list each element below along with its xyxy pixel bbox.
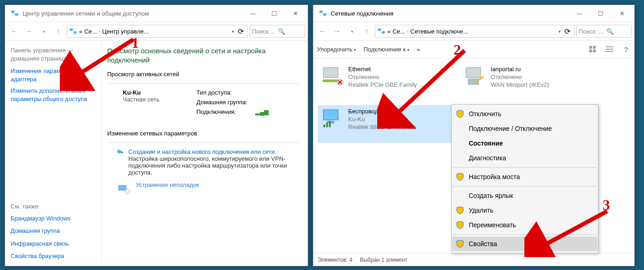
shield-icon (456, 206, 464, 214)
menu-status[interactable]: Состояние (452, 136, 598, 151)
svg-rect-12 (382, 31, 385, 34)
refresh-icon[interactable]: ⟳ (563, 27, 572, 36)
window-title: Центр управления сетями и общим доступом (23, 10, 242, 17)
setup-connection-link[interactable]: Создание и настройка нового подключения … (128, 148, 299, 155)
breadcrumb[interactable]: « Се... › Сетевые подключе... ▾ ⟳ (375, 25, 575, 38)
more-toolbar[interactable]: » (417, 46, 420, 53)
ethernet-icon (321, 66, 345, 87)
sidebar-link-homegroup[interactable]: Домашняя группа (11, 227, 96, 235)
menu-separator (453, 186, 597, 186)
window-network-center: Центр управления сетями и общим доступом… (5, 5, 308, 266)
close-button[interactable]: ✕ (285, 6, 306, 20)
connections-label: Подключения: (196, 108, 252, 115)
svg-point-8 (125, 189, 130, 194)
svg-rect-27 (323, 110, 338, 120)
titlebar[interactable]: Сетевые подключения — ☐ ✕ (313, 5, 634, 22)
svg-rect-14 (593, 46, 596, 49)
connection-wireless[interactable]: Беспроводная сеть Ku-Ku Realtek 8821AE W… (318, 105, 456, 143)
search-input[interactable]: Поиск ... 🔍 (250, 25, 305, 38)
svg-rect-19 (606, 51, 613, 52)
sidebar-link-firewall[interactable]: Брандмауэр Windows (11, 214, 96, 223)
minimize-button[interactable]: — (242, 6, 264, 20)
maximize-button[interactable]: ☐ (264, 6, 285, 20)
menu-bridge[interactable]: Настройка моста (452, 169, 598, 184)
menu-properties[interactable]: Свойства (452, 236, 598, 251)
minimize-button[interactable]: — (569, 6, 590, 20)
svg-rect-25 (466, 68, 481, 78)
troubleshoot-icon (116, 181, 131, 196)
network-type: Частная сеть (123, 96, 187, 103)
see-also-label: См. также (11, 203, 96, 210)
search-icon: 🔍 (606, 28, 613, 34)
window-network-connections: Сетевые подключения — ☐ ✕ ← → ▾ ↑ « Се..… (313, 5, 635, 266)
sidebar-link-internet-options[interactable]: Свойства браузера (11, 252, 96, 260)
address-bar: ← → ▾ ↑ « Се... › Сетевые подключе... ▾ … (313, 22, 634, 41)
titlebar[interactable]: Центр управления сетями и общим доступом… (5, 5, 308, 22)
svg-rect-18 (606, 49, 613, 50)
svg-rect-31 (329, 121, 331, 127)
refresh-icon[interactable]: ⟳ (236, 27, 246, 36)
setup-connection-icon (116, 148, 124, 163)
up-button[interactable]: ↑ (52, 25, 65, 38)
menu-separator (453, 167, 597, 168)
signal-icon: ▂▄▆ (255, 108, 269, 115)
status-bar: Элементов: 4 Выбран 1 элемент (313, 253, 634, 266)
shield-icon (456, 110, 464, 118)
toolbar: Упорядочить Подключение к » ? (313, 41, 634, 58)
history-dropdown[interactable]: ▾ (37, 25, 50, 38)
breadcrumb[interactable]: « Се... › Центр управле... ▾ ⟳ (67, 25, 248, 38)
svg-rect-2 (70, 28, 73, 31)
connection-ethernet[interactable]: Ethernet Отключено Realtek PCIe GBE Fami… (318, 63, 456, 101)
page-heading: Просмотр основных сведений о сети и наст… (107, 46, 299, 65)
help-button[interactable]: ? (621, 45, 631, 54)
organize-dropdown[interactable]: Упорядочить (317, 46, 356, 53)
menu-delete[interactable]: Удалить (452, 203, 598, 218)
maximize-button[interactable]: ☐ (590, 6, 611, 20)
status-selected-count: Выбран 1 элемент (360, 257, 407, 263)
search-input[interactable]: Поиск: ... 🔍 (576, 25, 632, 38)
view-details-button[interactable] (605, 45, 614, 54)
connection-list: Ethernet Отключено Realtek PCIe GBE Fami… (313, 58, 634, 253)
menu-diagnose[interactable]: Диагностика (452, 151, 598, 165)
connect-to-dropdown[interactable]: Подключение к (363, 46, 409, 53)
forward-button[interactable]: → (23, 25, 35, 38)
svg-rect-30 (326, 123, 328, 127)
homegroup-label: Домашняя группа: (196, 99, 252, 106)
back-button[interactable]: ← (316, 25, 329, 38)
shield-icon (456, 221, 464, 229)
up-button[interactable]: ↑ (360, 25, 373, 38)
app-icon (11, 9, 19, 17)
sidebar-link-sharing-settings[interactable]: Изменить дополнительные параметры общего… (11, 87, 96, 103)
menu-separator (453, 234, 597, 235)
main-pane: Просмотр основных сведений о сети и наст… (102, 41, 308, 266)
menu-disable[interactable]: Отключить (452, 107, 598, 121)
context-menu: Отключить Подключение / Отключение Состо… (451, 104, 598, 253)
menu-connect-disconnect[interactable]: Подключение / Отключение (452, 121, 598, 136)
shield-icon (456, 240, 464, 248)
menu-create-shortcut[interactable]: Создать ярлык (452, 188, 598, 203)
setup-connection-desc: Настройка широкополосного, коммутируемог… (128, 155, 299, 176)
sidebar-link-infrared[interactable]: Инфракрасная связь (11, 240, 96, 248)
sidebar-home-link[interactable]: Панель управления — домашняя страница (11, 46, 96, 62)
svg-rect-29 (323, 124, 325, 127)
svg-rect-17 (606, 46, 613, 47)
view-icons-button[interactable] (588, 45, 598, 54)
svg-rect-26 (468, 79, 479, 85)
connection-lanportal[interactable]: lanportal.ru Отключено WAN Miniport (IKE… (460, 63, 598, 101)
svg-rect-16 (593, 50, 596, 52)
svg-rect-10 (323, 13, 327, 16)
forward-button[interactable]: → (331, 25, 344, 38)
close-button[interactable]: ✕ (611, 6, 632, 20)
menu-rename[interactable]: Переименовать (452, 218, 598, 232)
svg-rect-20 (323, 68, 338, 78)
svg-rect-13 (589, 46, 592, 49)
troubleshoot-link[interactable]: Устранение неполадок (136, 181, 199, 188)
svg-rect-15 (589, 50, 592, 52)
access-type-label: Тип доступа: (196, 89, 252, 96)
app-icon (319, 9, 327, 17)
back-button[interactable]: ← (8, 25, 21, 38)
history-dropdown[interactable]: ▾ (345, 25, 358, 38)
sidebar-link-adapter-settings[interactable]: Изменение параметров адаптера (11, 67, 96, 83)
search-icon: 🔍 (278, 28, 284, 34)
status-element-count: Элементов: 4 (318, 257, 352, 263)
